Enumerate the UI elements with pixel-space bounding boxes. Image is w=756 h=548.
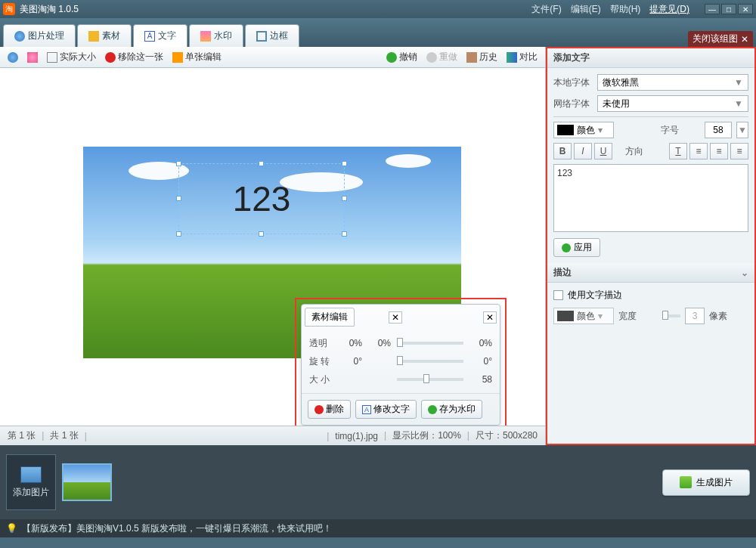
section-stroke-header[interactable]: 描边⌄ [547,263,754,283]
resize-handle[interactable] [342,196,347,201]
resize-handle[interactable] [176,196,181,201]
magnify-minus-icon [27,52,38,63]
section-add-text-header[interactable]: 添加文字 [547,48,754,68]
stroke-width-input[interactable]: 3 [685,308,705,324]
tab-label: 水印 [214,29,232,42]
panel-close-button[interactable]: ✕ [389,311,402,324]
underline-button[interactable]: U [594,143,612,159]
zoom-in-button[interactable] [5,51,21,64]
app-logo-icon: 淘 [3,3,15,15]
menu-edit[interactable]: 编辑(E) [571,3,601,16]
btn-label: 历史 [479,51,497,63]
align-center-button[interactable]: ≡ [710,143,728,159]
btn-label: 对比 [519,51,538,63]
close-tab-group-button[interactable]: 关闭该组图✕ [688,31,753,47]
material-edit-tab[interactable]: 素材编辑 [305,308,355,327]
menu-feedback[interactable]: 提意见(D) [649,3,689,16]
tab-text[interactable]: A文字 [133,24,187,47]
image-thumbnail[interactable] [62,463,112,501]
menu-file[interactable]: 文件(F) [531,3,561,16]
tab-image-process[interactable]: 图片处理 [3,24,76,47]
compare-button[interactable]: 对比 [503,49,541,65]
panel-close-button-2[interactable]: ✕ [483,311,497,324]
chevron-down-icon: ▼ [734,98,743,109]
apply-button[interactable]: 应用 [553,238,600,257]
right-panel: 添加文字 本地字体 微软雅黑▼ 网络字体 未使用▼ 颜色▾ 字号 58 ▼ B [546,47,756,445]
text-color-picker[interactable]: 颜色▾ [553,122,614,138]
resize-handle[interactable] [176,161,181,166]
tab-watermark[interactable]: 水印 [189,24,243,47]
remove-this-button[interactable]: 移除这一张 [102,49,166,65]
web-font-label: 网络字体 [553,98,593,110]
redo-button[interactable]: 重做 [423,49,460,65]
generate-button[interactable]: 生成图片 [662,469,750,496]
stroke-color-picker[interactable]: 颜色▾ [553,308,614,324]
actual-size-button[interactable]: 实际大小 [44,49,99,65]
rotate-slider[interactable] [397,360,463,363]
bold-button[interactable]: B [553,143,572,159]
section-title: 描边 [553,266,572,279]
web-font-select[interactable]: 未使用▼ [597,95,748,112]
tab-border[interactable]: 边框 [245,24,299,47]
opacity-slider[interactable] [397,342,463,345]
btn-label: 单张编辑 [185,51,222,63]
canvas[interactable]: 123 素材编辑 ✕ ✕ [0,68,545,426]
btn-label: 添加图片 [13,486,49,499]
menu-help[interactable]: 帮助(H) [610,3,641,16]
news-bar: 💡 【新版发布】美图淘淘V1.0.5 新版发布啦，一键引爆日系潮流，快来试用吧！ [0,519,756,537]
main-tabs: 图片处理 素材 A文字 水印 边框 关闭该组图✕ [0,18,756,47]
use-stroke-checkbox[interactable]: 使用文字描边 [553,289,748,302]
tab-material[interactable]: 素材 [77,24,132,47]
tab-label: 素材编辑 [311,311,348,322]
titlebar: 淘 美图淘淘 1.0.5 文件(F) 编辑(E) 帮助(H) 提意见(D) — … [0,0,756,18]
history-icon [466,52,477,63]
close-group-label: 关闭该组图 [692,33,738,45]
tab-label: 素材 [102,29,120,42]
resize-handle[interactable] [259,231,264,237]
btn-label: 实际大小 [60,51,96,63]
add-image-button[interactable]: 添加图片 [6,454,56,510]
font-size-input[interactable]: 58 [705,122,732,138]
single-edit-button[interactable]: 单张编辑 [169,49,225,65]
text-selection-box[interactable]: 123 [178,163,345,234]
window-minimize-button[interactable]: — [705,4,720,14]
history-button[interactable]: 历史 [463,49,500,65]
width-value: 3 [692,311,698,321]
resize-handle[interactable] [176,231,181,237]
edit-text-button[interactable]: A修改文字 [355,400,417,419]
font-size-dropdown[interactable]: ▼ [736,122,748,138]
size-slider[interactable] [397,378,463,381]
btn-label: 撤销 [399,51,417,63]
app-title: 美图淘淘 1.0.5 [20,3,79,16]
resize-handle[interactable] [342,161,347,166]
opacity-value-3: 0% [469,338,492,348]
align-left-button[interactable]: ≡ [689,143,708,159]
undo-icon [386,52,397,63]
text-input[interactable]: 123 [553,164,748,232]
news-text[interactable]: 【新版发布】美图淘淘V1.0.5 新版发布啦，一键引爆日系潮流，快来试用吧！ [22,522,332,535]
window-close-button[interactable]: ✕ [738,4,753,14]
rotate-label: 旋 转 [309,355,333,368]
delete-icon [314,405,324,414]
align-right-button[interactable]: ≡ [730,143,748,159]
window-maximize-button[interactable]: □ [721,4,736,14]
close-icon: ✕ [741,34,748,45]
zoom-out-button[interactable] [24,51,41,64]
actual-size-icon [47,52,57,63]
btn-label: 修改文字 [373,403,410,416]
text-horizontal-button[interactable]: T [669,143,687,159]
select-value: 微软雅黑 [603,76,639,89]
save-watermark-button[interactable]: 存为水印 [421,400,482,419]
stroke-width-label: 宽度 [618,310,658,323]
stroke-width-slider[interactable] [662,314,680,317]
local-font-select[interactable]: 微软雅黑▼ [597,74,748,91]
btn-label: 应用 [574,241,592,254]
page-current: 第 1 张 [8,429,36,442]
remove-icon [105,52,116,63]
italic-button[interactable]: I [574,143,592,159]
delete-button[interactable]: 删除 [308,400,351,419]
resize-handle[interactable] [342,231,347,237]
resize-handle[interactable] [259,161,264,166]
undo-button[interactable]: 撤销 [383,49,420,65]
border-icon [256,31,267,42]
